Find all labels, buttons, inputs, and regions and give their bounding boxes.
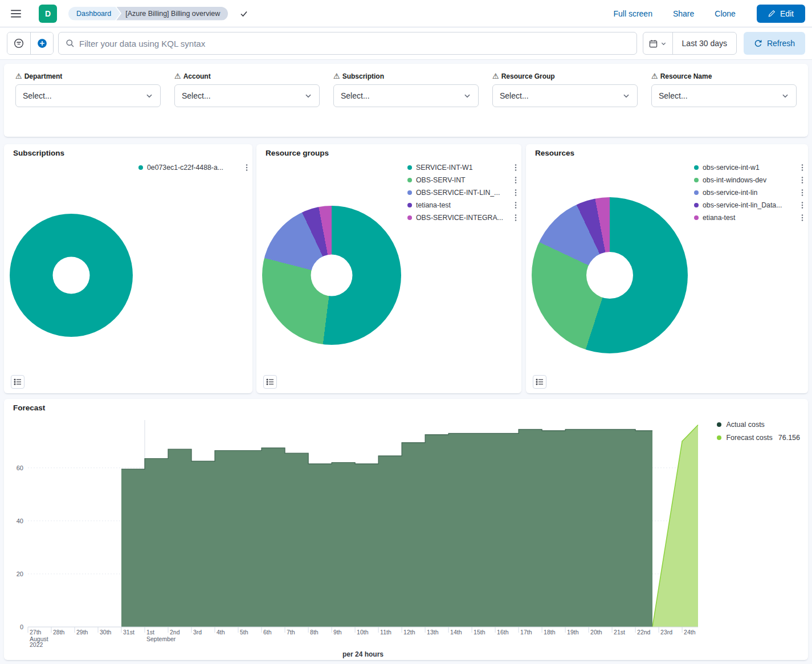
control-resource-name: ⚠Resource NameSelect...	[651, 72, 797, 107]
search-icon	[66, 39, 75, 48]
date-range-value[interactable]: Last 30 days	[673, 39, 736, 48]
legend-toggle-button[interactable]	[11, 375, 25, 389]
legend-item-label: obs-int-windows-dev	[703, 176, 797, 184]
chevron-down-icon	[145, 92, 153, 100]
svg-text:18th: 18th	[544, 629, 556, 636]
control-label: ⚠Account	[174, 72, 320, 80]
kql-search-input[interactable]	[79, 39, 630, 48]
control-select-subscription[interactable]: Select...	[333, 84, 479, 107]
breadcrumb-dashboard[interactable]: Dashboard	[68, 7, 120, 21]
legend-toggle-button[interactable]	[263, 375, 277, 389]
control-label: ⚠Department	[15, 72, 161, 80]
share-link[interactable]: Share	[673, 9, 694, 18]
check-icon	[239, 9, 248, 18]
control-select-resource-name[interactable]: Select...	[651, 84, 797, 107]
legend-item-label: SERVICE-INT-W1	[416, 164, 511, 172]
donut-hole	[53, 257, 90, 294]
breadcrumb: Dashboard [Azure Billing] Billing overvi…	[68, 7, 228, 21]
calendar-menu-button[interactable]	[643, 32, 673, 54]
full-screen-link[interactable]: Full screen	[613, 9, 652, 18]
legend-item-actions-icon[interactable]	[801, 201, 803, 209]
legend-item-label: etiana-test	[703, 214, 797, 222]
filter-button-group	[7, 32, 54, 55]
legend-color-dot	[407, 165, 412, 170]
legend-color-dot	[694, 190, 699, 195]
control-select-resource-group[interactable]: Select...	[492, 84, 638, 107]
clone-link[interactable]: Clone	[715, 9, 736, 18]
svg-text:4th: 4th	[217, 629, 225, 636]
legend-item[interactable]: OBS-SERV-INT	[407, 175, 517, 185]
legend-item[interactable]: obs-int-windows-dev	[694, 175, 803, 185]
legend-item-actions-icon[interactable]	[515, 189, 517, 197]
pencil-icon	[768, 10, 776, 17]
legend-item-actions-icon[interactable]	[801, 214, 803, 222]
legend-item[interactable]: obs-service-int-lin_Data...	[694, 200, 803, 210]
svg-text:11th: 11th	[380, 629, 391, 636]
svg-text:September: September	[146, 636, 176, 642]
svg-text:12th: 12th	[403, 629, 415, 636]
pie-legend: obs-service-int-w1obs-int-windows-devobs…	[694, 162, 803, 223]
legend-color-dot	[694, 203, 699, 207]
legend-color-dot	[717, 435, 721, 440]
menu-icon[interactable]	[7, 5, 25, 23]
query-bar: Last 30 days Refresh	[0, 27, 812, 60]
legend-color-dot	[694, 165, 699, 170]
legend-item[interactable]: OBS-SERVICE-INT-LIN_...	[407, 188, 517, 198]
svg-text:60: 60	[17, 465, 23, 471]
svg-text:2nd: 2nd	[170, 629, 180, 636]
legend-item[interactable]: SERVICE-INT-W1	[407, 162, 517, 173]
chevron-down-icon	[463, 92, 471, 100]
legend-item-actions-icon[interactable]	[801, 176, 803, 184]
legend-item-actions-icon[interactable]	[515, 214, 517, 222]
warning-icon: ⚠	[333, 72, 340, 80]
legend-item[interactable]: etiana-test	[694, 213, 803, 223]
legend-item[interactable]: obs-service-int-w1	[694, 162, 803, 173]
svg-text:24th: 24th	[684, 629, 696, 636]
legend-item-actions-icon[interactable]	[515, 176, 517, 184]
legend-item[interactable]: 0e073ec1-c22f-4488-a...	[138, 162, 248, 173]
saved-query-icon[interactable]	[7, 32, 30, 54]
svg-text:19th: 19th	[567, 629, 579, 636]
panel-subscriptions: Subscriptions 0e073ec1-c22f-4488-a...	[4, 144, 252, 393]
control-resource-group: ⚠Resource GroupSelect...	[492, 72, 638, 107]
refresh-button[interactable]: Refresh	[744, 32, 805, 55]
legend-item-actions-icon[interactable]	[246, 164, 248, 172]
legend-item-label: tetiana-test	[416, 201, 511, 209]
pie-legend: SERVICE-INT-W1OBS-SERV-INTOBS-SERVICE-IN…	[407, 162, 517, 223]
top-navigation-bar: D Dashboard [Azure Billing] Billing over…	[0, 0, 812, 27]
legend-item[interactable]: OBS-SERVICE-INTEGRA...	[407, 213, 517, 223]
calendar-icon	[649, 39, 658, 48]
svg-text:0: 0	[20, 624, 23, 630]
donut-chart[interactable]	[10, 214, 133, 337]
forecast-area-chart[interactable]: 020406027th28th29th30th31st1st2nd3rd4th5…	[4, 399, 808, 660]
legend-item[interactable]: Actual costs	[717, 419, 800, 430]
control-select-account[interactable]: Select...	[174, 84, 320, 107]
svg-text:27th: 27th	[30, 629, 42, 636]
legend-item[interactable]: Forecast costs76.156	[717, 433, 800, 443]
legend-item-label: 0e073ec1-c22f-4488-a...	[147, 164, 242, 172]
legend-item[interactable]: obs-service-int-lin	[694, 188, 803, 198]
legend-toggle-button[interactable]	[533, 375, 546, 389]
control-department: ⚠DepartmentSelect...	[15, 72, 161, 107]
legend-item-actions-icon[interactable]	[515, 201, 517, 209]
panel-title: Resource groups	[266, 149, 329, 157]
legend-item-actions-icon[interactable]	[801, 189, 803, 197]
svg-text:per 24 hours: per 24 hours	[342, 650, 383, 658]
breadcrumb-current-page: [Azure Billing] Billing overview	[116, 7, 228, 21]
legend-item-actions-icon[interactable]	[801, 164, 803, 172]
edit-button[interactable]: Edit	[757, 5, 805, 23]
svg-text:1st: 1st	[146, 629, 154, 636]
legend-item[interactable]: tetiana-test	[407, 200, 517, 210]
legend-item-actions-icon[interactable]	[515, 164, 517, 172]
control-select-department[interactable]: Select...	[15, 84, 161, 107]
add-filter-icon[interactable]	[30, 32, 53, 54]
panel-title: Subscriptions	[13, 149, 64, 157]
chevron-down-icon	[304, 92, 312, 100]
space-avatar[interactable]: D	[39, 5, 57, 23]
donut-chart[interactable]	[532, 197, 688, 353]
chevron-down-icon	[781, 92, 789, 100]
chevron-down-icon	[622, 92, 630, 100]
legend-item-label: Forecast costs	[726, 434, 772, 442]
svg-text:9th: 9th	[333, 629, 342, 636]
donut-chart[interactable]	[262, 206, 401, 345]
